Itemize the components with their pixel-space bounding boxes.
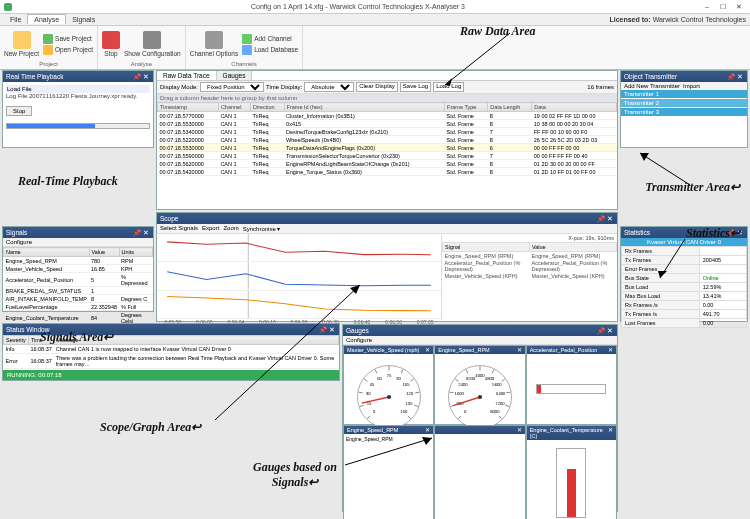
pin-icon[interactable]: 📌 <box>133 73 141 81</box>
close-button[interactable]: ✕ <box>732 2 746 12</box>
menu-tab-analyse[interactable]: Analyse <box>27 14 66 24</box>
scope-chart-0[interactable] <box>157 234 441 262</box>
scope-toolbar-synchronise[interactable]: Synchronise ▾ <box>243 225 281 232</box>
transmitter-item[interactable]: Transmitter 2 <box>621 99 747 108</box>
legend-row[interactable]: Engine_Speed_RPM (RPM)Engine_Speed_RPM (… <box>443 252 617 260</box>
scope-toolbar-select[interactable]: Select Signals <box>160 225 198 232</box>
table-row[interactable]: Engine_Speed_RPM780RPM <box>4 257 153 265</box>
close-icon[interactable]: ✕ <box>606 327 614 335</box>
table-row[interactable]: 00:07:18.5770000CAN 1TxReqCluster_Inform… <box>158 112 617 120</box>
table-row[interactable]: 00:07:18.5530000CAN 1TxReq0x415Std. Fram… <box>158 120 617 128</box>
tab-raw-data-trace[interactable]: Raw Data Trace <box>157 71 217 80</box>
table-row[interactable]: Error16:08:37There was a problem loading… <box>4 354 339 369</box>
table-row[interactable]: FuelLevelPercentage22.352948% Full <box>4 303 153 311</box>
close-icon[interactable]: ✕ <box>142 229 150 237</box>
load-log-button[interactable]: Load Log <box>433 82 464 92</box>
table-cell: TxReq <box>250 128 284 136</box>
legend-row[interactable]: Accelerator_Pedal_Position (% Depressed)… <box>443 259 617 272</box>
tab-gauges[interactable]: Gauges <box>217 71 253 80</box>
minimize-button[interactable]: – <box>700 2 714 12</box>
gauge-cell[interactable]: Accelerator_Pedal_Position✕ <box>526 345 617 425</box>
legend-row[interactable]: Master_Vehicle_Speed (KPH)Master_Vehicle… <box>443 272 617 279</box>
table-row[interactable]: 00:07:18.5340000CAN 1TxReqDesiredTorqueB… <box>158 128 617 136</box>
menu-tab-file[interactable]: File <box>4 15 27 24</box>
group-hint[interactable]: Drag a column header here to group by th… <box>157 94 617 102</box>
column-header[interactable]: Timestamp <box>158 103 219 112</box>
pin-icon[interactable]: 📌 <box>319 326 327 334</box>
show-configuration-button[interactable]: Show Configuration <box>124 31 181 57</box>
pin-icon[interactable]: 📌 <box>597 327 605 335</box>
pin-icon[interactable]: 📌 <box>597 215 605 223</box>
column-header[interactable]: Data Length <box>488 103 532 112</box>
clear-display-button[interactable]: Clear Display <box>356 82 398 92</box>
add-transmitter-button[interactable]: Add New Transmitter <box>624 83 680 89</box>
gauge-cell[interactable]: Engine_Speed_RPM✕08001600240032004000480… <box>434 345 525 425</box>
gauges-configure-button[interactable]: Configure <box>343 336 617 345</box>
close-icon[interactable]: ✕ <box>736 229 744 237</box>
transmitter-item[interactable]: Transmitter 1 <box>621 90 747 99</box>
transmitter-item[interactable]: Transmitter 3 <box>621 108 747 117</box>
close-icon[interactable]: ✕ <box>425 427 430 433</box>
close-icon[interactable]: ✕ <box>517 427 522 433</box>
import-button[interactable]: Import <box>683 83 700 89</box>
display-mode-select[interactable]: Fixed Position <box>200 82 264 92</box>
gauge-cell[interactable]: Engine_Speed_RPM✕Engine_Speed_RPM <box>343 425 434 519</box>
gauge-cell[interactable]: ✕ <box>434 425 525 519</box>
column-header[interactable]: Frame Type <box>445 103 488 112</box>
stop-button[interactable]: Stop <box>102 31 120 57</box>
open-project-button[interactable]: Open Project <box>43 45 93 55</box>
table-cell: 1 <box>89 287 119 295</box>
column-header[interactable]: Units <box>119 248 153 257</box>
save-log-button[interactable]: Save Log <box>400 82 431 92</box>
playback-progress[interactable] <box>6 123 150 129</box>
column-header[interactable]: Frame Id (hex) <box>284 103 445 112</box>
new-project-button[interactable]: New Project <box>4 31 39 57</box>
close-icon[interactable]: ✕ <box>736 73 744 81</box>
close-icon[interactable]: ✕ <box>608 427 613 439</box>
table-row[interactable]: Info16:08:37Channel CAN 1 is now mapped … <box>4 345 339 354</box>
scope-chart-2[interactable] <box>157 291 441 319</box>
column-header[interactable]: Data <box>532 103 617 112</box>
scope-chart-1[interactable] <box>157 262 441 290</box>
column-header[interactable]: Value <box>89 248 119 257</box>
column-header[interactable]: Name <box>4 248 90 257</box>
channel-options-button[interactable]: Channel Options <box>190 31 238 57</box>
table-row[interactable]: Master_Vehicle_Speed16.85KPH <box>4 265 153 273</box>
table-row[interactable]: 00:07:18.5620000CAN 1TxReqEngineRPMAndLi… <box>158 160 617 168</box>
load-database-button[interactable]: Load Database <box>242 45 298 55</box>
table-row[interactable]: Accelerator_Pedal_Position5% Depressed <box>4 273 153 287</box>
stop-button[interactable]: Stop <box>6 106 32 116</box>
pin-icon[interactable]: 📌 <box>133 229 141 237</box>
table-row[interactable]: 00:07:18.5420000CAN 1TxReqEngine_Torque_… <box>158 168 617 176</box>
scope-toolbar-zoom[interactable]: Zoom <box>223 225 238 232</box>
pin-icon[interactable]: 📌 <box>727 73 735 81</box>
close-icon[interactable]: ✕ <box>606 215 614 223</box>
svg-text:5600: 5600 <box>492 382 502 387</box>
save-project-button[interactable]: Save Project <box>43 34 93 44</box>
pin-icon[interactable]: 📌 <box>727 229 735 237</box>
column-header[interactable]: Channel <box>218 103 250 112</box>
table-row[interactable]: 00:07:18.5590000CAN 1TxReqTransmissionSe… <box>158 152 617 160</box>
table-cell: TxReq <box>250 136 284 144</box>
close-icon[interactable]: ✕ <box>142 73 150 81</box>
time-display-select[interactable]: Absolute <box>304 82 354 92</box>
column-header[interactable]: Time <box>28 336 53 345</box>
close-icon[interactable]: ✕ <box>608 347 613 353</box>
table-row[interactable]: 00:07:18.5220000CAN 1TxReqWheelSpeeds (0… <box>158 136 617 144</box>
close-icon[interactable]: ✕ <box>425 347 430 353</box>
menu-tab-signals[interactable]: Signals <box>66 15 101 24</box>
column-header[interactable]: Severity <box>4 336 29 345</box>
table-row[interactable]: 00:07:18.5530000CAN 1TxReqTorqueDataAndE… <box>158 144 617 152</box>
close-icon[interactable]: ✕ <box>517 347 522 353</box>
add-channel-button[interactable]: Add Channel <box>242 34 298 44</box>
gauge-cell[interactable]: Master_Vehicle_Speed (mph)✕0153045607590… <box>343 345 434 425</box>
scope-toolbar-export[interactable]: Export <box>202 225 219 232</box>
close-icon[interactable]: ✕ <box>328 326 336 334</box>
signals-configure-button[interactable]: Configure <box>3 238 153 247</box>
maximize-button[interactable]: ☐ <box>716 2 730 12</box>
table-row[interactable]: AIR_INTAKE_MANIFOLD_TEMP8Degrees C <box>4 295 153 303</box>
column-header[interactable]: Direction <box>250 103 284 112</box>
column-header[interactable]: Message <box>54 336 339 345</box>
table-row[interactable]: BRAKE_PEDAL_SW_STATUS1 <box>4 287 153 295</box>
gauge-cell[interactable]: Engine_Coolant_Temperature (C)✕Engine_Co… <box>526 425 617 519</box>
